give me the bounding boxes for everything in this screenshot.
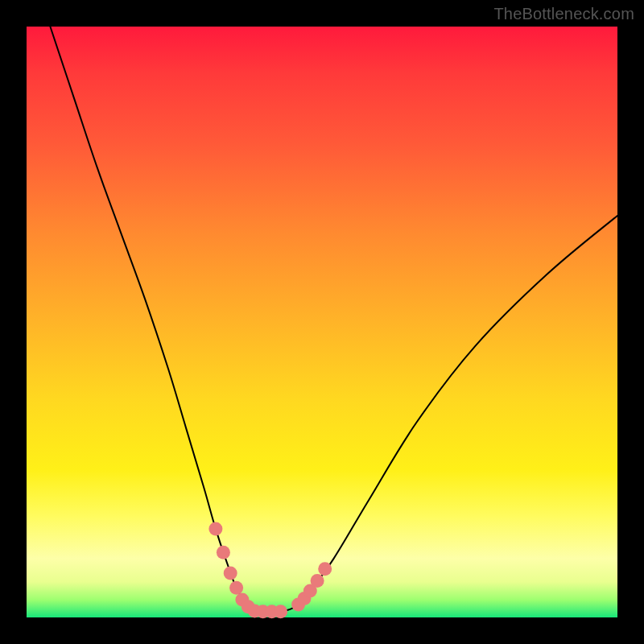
marker-dots <box>208 522 332 618</box>
chart-frame: TheBottleneck.com <box>0 0 644 644</box>
marker-dot <box>274 605 287 618</box>
bottleneck-curve <box>50 27 617 612</box>
marker-dot <box>224 567 237 580</box>
marker-dot <box>311 574 324 588</box>
marker-dot <box>229 581 243 595</box>
marker-dot <box>318 562 332 576</box>
plot-area <box>27 27 617 617</box>
marker-dot <box>208 522 222 535</box>
watermark-text: TheBottleneck.com <box>493 5 634 23</box>
marker-dot <box>217 546 230 559</box>
curve-svg <box>27 27 617 617</box>
